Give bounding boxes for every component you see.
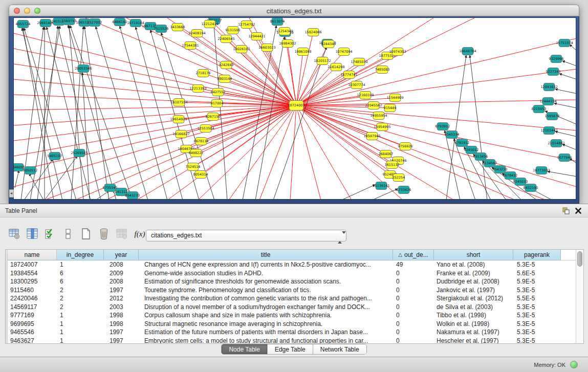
column-header-in_degree[interactable]: in_degree	[57, 250, 104, 260]
table-row[interactable]: 1938455462009Genome-wide association stu…	[8, 269, 576, 278]
table-selector-dropdown[interactable]: citations_edges.txt	[146, 230, 346, 242]
column-header-short[interactable]: short	[434, 250, 513, 260]
cell-pagerank: 5.3E-5	[513, 328, 561, 337]
graph-node-label: 12444154	[539, 99, 556, 103]
red-edge	[14, 95, 296, 105]
table-row[interactable]: 969969511998Structural magnetic resonanc…	[8, 320, 576, 329]
function-builder-icon[interactable]: f(x)	[133, 226, 147, 242]
cell-name: 9699695	[8, 320, 57, 329]
select-columns-icon[interactable]	[25, 226, 39, 242]
cell-out_degree: 0	[393, 286, 434, 295]
tab-node-table[interactable]: Node Table	[222, 344, 267, 354]
table-row[interactable]: 977716911998Corpus callosum shape and si…	[8, 311, 576, 320]
black-edge	[69, 26, 83, 200]
red-edge	[14, 105, 296, 110]
tab-network-table[interactable]: Network Table	[313, 344, 366, 354]
black-edge	[554, 103, 576, 108]
cell-title: Tourette syndrome. Phenomenology and cla…	[139, 286, 393, 295]
select-all-check-icon[interactable]	[43, 226, 57, 242]
graph-node-label: 1595878	[545, 114, 560, 118]
cell-name: 9777169	[8, 311, 57, 320]
graph-node-label: 1615132	[385, 163, 400, 167]
cell-in_degree: 1	[57, 328, 104, 337]
table-scrollbar[interactable]	[576, 250, 583, 343]
cell-short: Nakamura et al. (1997)	[434, 328, 513, 337]
black-edge	[24, 159, 53, 200]
column-header-out_degree[interactable]: △out_de...	[393, 250, 434, 260]
graph-node-label: 1569793	[62, 19, 77, 23]
graph-node-label: 6735345	[103, 186, 118, 190]
cell-filler	[561, 320, 576, 329]
table-row[interactable]: 1830029562008Estimation of significance …	[8, 277, 576, 286]
table-row[interactable]: 946554611997Estimation of the future num…	[8, 328, 576, 337]
table-selector-value: citations_edges.txt	[151, 232, 202, 239]
graph-node-label: 9245033	[513, 180, 528, 184]
cell-name: 14569117	[8, 303, 57, 312]
graph-node-label: 16774741	[340, 73, 357, 77]
table-row[interactable]: 911546021997Tourette syndrome. Phenomeno…	[8, 286, 576, 295]
delete-table-disabled-icon	[115, 226, 129, 242]
graph-node-label: 16648784	[459, 49, 476, 53]
cell-year: 2012	[104, 294, 139, 303]
cell-filler	[561, 328, 576, 337]
cell-in_degree: 6	[57, 269, 104, 278]
graph-node-label: 8678432	[503, 173, 518, 178]
cell-year: 1998	[104, 311, 139, 320]
table-row[interactable]: 1872400712008Changes of HCN gene express…	[8, 260, 576, 269]
cell-short: Wolkin et al. (1998)	[434, 320, 513, 329]
tab-edge-table[interactable]: Edge Table	[267, 344, 313, 354]
black-edge	[214, 25, 227, 200]
graph-node-label: 12553584	[197, 126, 214, 130]
table-body: 1872400712008Changes of HCN gene express…	[8, 260, 576, 343]
graph-node-label: 12944421	[248, 34, 265, 38]
column-header-label: name	[24, 250, 39, 260]
collapse-panel-handle[interactable]: ◂	[9, 189, 14, 198]
table-row[interactable]: 2242004622012Investigating the contribut…	[8, 294, 576, 303]
black-edge	[341, 185, 375, 200]
network-canvas-wrap[interactable]: 4055724206914062455122156979310653287152…	[13, 17, 576, 200]
fx-label: f(x)	[135, 230, 145, 238]
graph-node-label: 9756928	[398, 144, 413, 148]
graph-node-label: 8427552	[211, 90, 226, 94]
new-document-icon[interactable]	[79, 226, 93, 242]
table-row[interactable]: 946362711997Embryonic stem cells: a mode…	[8, 337, 576, 344]
cell-year: 2008	[104, 260, 139, 269]
scrollbar-thumb[interactable]	[577, 251, 582, 267]
cell-title: Estimation of the future numbers of pati…	[139, 328, 393, 337]
clear-selection-icon[interactable]	[61, 226, 75, 242]
column-header-label: pagerank	[524, 250, 550, 260]
graph-node-label: 12212419	[201, 22, 218, 26]
graph-node-label: 9242843	[219, 63, 234, 67]
column-header-year[interactable]: year	[104, 250, 139, 260]
cell-title: Disruption of a novel member of a sodium…	[139, 303, 393, 312]
float-panel-icon[interactable]	[562, 207, 570, 214]
cell-in_degree: 2	[57, 294, 104, 303]
cell-filler	[561, 277, 576, 286]
column-header-pagerank[interactable]: pagerank	[513, 250, 561, 260]
cell-pagerank: 5.3E-5	[513, 286, 561, 295]
red-edge	[296, 52, 303, 105]
graph-node-label: 16773033	[533, 168, 550, 172]
window-titlebar[interactable]: citations_edges.txt	[9, 5, 579, 16]
graph-node-label: 11544909	[386, 96, 403, 100]
close-panel-icon[interactable]	[575, 207, 582, 214]
column-header-name[interactable]: name	[8, 250, 57, 260]
table-row[interactable]: 1456911722003Disruption of a novel membe…	[8, 303, 576, 312]
table-settings-icon[interactable]	[7, 226, 21, 242]
graph-node-label: 9543210	[493, 167, 508, 171]
graph-node-label: 915449	[384, 106, 397, 110]
delete-trash-icon[interactable]	[97, 226, 111, 242]
graph-node-label: 16107554	[170, 100, 187, 104]
graph-node-label: 20053346	[75, 67, 92, 71]
graph-node-label: 10747094	[335, 50, 352, 54]
graph-node-label: 917004	[211, 101, 224, 105]
red-edge	[296, 105, 321, 200]
cell-out_degree: 0	[393, 311, 434, 320]
column-header-label: title	[261, 250, 271, 260]
graph-node-label: 252254	[393, 176, 405, 180]
graph-node-label: 9345334	[445, 133, 460, 137]
column-header-title[interactable]: title	[139, 250, 393, 260]
cell-year: 2003	[104, 303, 139, 312]
cell-filler	[561, 311, 576, 320]
memory-status-indicator[interactable]	[570, 361, 578, 368]
